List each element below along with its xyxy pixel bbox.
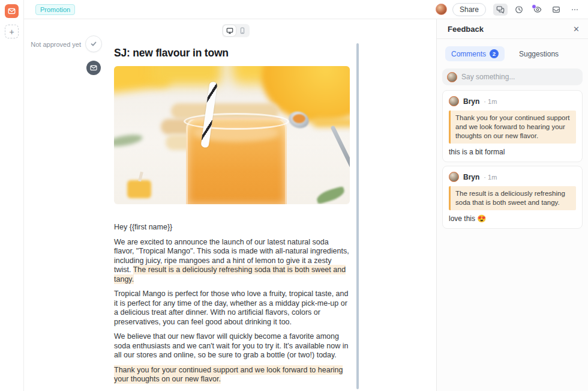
tab-comments-label: Comments bbox=[451, 50, 486, 58]
spoon-decor bbox=[293, 114, 305, 123]
envelope-icon bbox=[8, 7, 16, 15]
comment-header: Bryn · 1m bbox=[449, 172, 576, 182]
quoted-highlight-text: Thank you for your continued support and… bbox=[449, 111, 576, 144]
comment-text: this is a bit formal bbox=[449, 148, 576, 156]
highlighted-text: The result is a deliciously refreshing s… bbox=[114, 265, 346, 284]
more-ellipsis-icon bbox=[571, 5, 579, 14]
more-menu-button[interactable] bbox=[568, 4, 582, 16]
plus-icon: + bbox=[9, 28, 14, 36]
approval-status-label: Not approved yet bbox=[24, 41, 81, 48]
comment-author: Bryn bbox=[463, 97, 479, 106]
topbar: Promotion Share bbox=[24, 0, 588, 19]
comment-card[interactable]: Bryn · 1m The result is a deliciously re… bbox=[442, 166, 583, 229]
paragraph-text: We believe that our new flavor will quic… bbox=[114, 332, 348, 359]
history-clock-icon bbox=[515, 5, 523, 14]
close-icon[interactable]: ✕ bbox=[573, 25, 580, 33]
highlighted-text: Thank you for your continued support and… bbox=[114, 365, 343, 384]
tab-suggestions[interactable]: Suggestions bbox=[513, 47, 565, 61]
editor-scrollbar[interactable] bbox=[356, 43, 359, 389]
email-paragraph: We believe that our new flavor will quic… bbox=[114, 332, 350, 360]
leaf-decor bbox=[114, 133, 143, 148]
email-paragraph: Hey {{first name}} bbox=[114, 223, 350, 232]
email-paragraph: Thank you for your continued support and… bbox=[114, 366, 350, 384]
app-window: + Promotion Share bbox=[0, 0, 588, 391]
avatar bbox=[449, 96, 459, 106]
mango-bite-decor bbox=[127, 180, 151, 198]
email-content: SJ: new flavour in town bbox=[114, 47, 350, 391]
device-preview-toggle bbox=[222, 24, 250, 37]
promotion-badge: Promotion bbox=[35, 4, 75, 15]
feedback-title: Feedback bbox=[448, 25, 573, 34]
email-subject-title[interactable]: SJ: new flavour in town bbox=[114, 47, 350, 59]
feedback-panel: Feedback ✕ Comments 2 Suggestions bbox=[436, 19, 588, 391]
inbox-archive-icon bbox=[552, 5, 560, 14]
history-button[interactable] bbox=[512, 4, 526, 16]
preview-button[interactable] bbox=[530, 4, 545, 16]
desktop-monitor-icon bbox=[226, 27, 233, 34]
email-project-icon[interactable] bbox=[5, 4, 19, 18]
share-button[interactable]: Share bbox=[452, 3, 486, 16]
comments-count-badge: 2 bbox=[490, 49, 499, 58]
paragraph-text: Tropical Mango is perfect for those who … bbox=[114, 289, 348, 326]
comment-header: Bryn · 1m bbox=[449, 96, 576, 106]
comment-composer[interactable] bbox=[442, 68, 583, 85]
tab-suggestions-label: Suggestions bbox=[519, 50, 559, 58]
approve-button[interactable] bbox=[85, 35, 102, 52]
spoon-decor bbox=[330, 125, 350, 177]
add-email-button[interactable]: + bbox=[5, 25, 19, 38]
avatar[interactable] bbox=[436, 4, 447, 15]
quoted-highlight-text: The result is a deliciously refreshing s… bbox=[449, 186, 576, 210]
email-paragraph: We are excited to announce the launch of… bbox=[114, 238, 350, 285]
checkmark-icon bbox=[90, 40, 97, 47]
paragraph-text: Hey {{first name}} bbox=[114, 223, 172, 231]
leaf-decor bbox=[315, 186, 346, 204]
comment-card[interactable]: Bryn · 1m Thank you for your continued s… bbox=[442, 90, 583, 162]
tab-comments[interactable]: Comments 2 bbox=[445, 46, 505, 61]
email-paragraph: Tropical Mango is perfect for those who … bbox=[114, 289, 350, 327]
comment-timestamp: · 1m bbox=[484, 98, 497, 105]
email-mode-button[interactable] bbox=[86, 61, 101, 75]
comments-toggle-button[interactable] bbox=[493, 4, 508, 16]
hero-image-mango-smoothie[interactable] bbox=[114, 66, 350, 204]
feedback-tabs: Comments 2 Suggestions bbox=[437, 39, 588, 61]
comments-list: Bryn · 1m Thank you for your continued s… bbox=[437, 85, 588, 234]
comment-input[interactable] bbox=[461, 73, 578, 81]
email-editor-canvas: Not approved yet SJ: new flavour in town bbox=[24, 19, 436, 391]
desktop-view-button[interactable] bbox=[223, 25, 236, 36]
email-body-text[interactable]: Hey {{first name}}We are excited to anno… bbox=[114, 223, 350, 384]
mobile-phone-icon bbox=[239, 27, 246, 34]
comment-author: Bryn bbox=[463, 173, 479, 181]
left-rail: + bbox=[0, 0, 24, 391]
avatar bbox=[447, 72, 457, 82]
inbox-button[interactable] bbox=[549, 4, 563, 16]
comment-text: love this 😍 bbox=[449, 214, 576, 223]
avatar bbox=[449, 172, 459, 182]
notification-dot bbox=[532, 4, 536, 9]
feedback-header: Feedback ✕ bbox=[437, 19, 588, 39]
comment-timestamp: · 1m bbox=[484, 174, 497, 181]
mobile-view-button[interactable] bbox=[236, 25, 248, 36]
comments-icon bbox=[496, 5, 505, 14]
glass-rim bbox=[184, 113, 289, 130]
envelope-icon bbox=[90, 64, 97, 71]
